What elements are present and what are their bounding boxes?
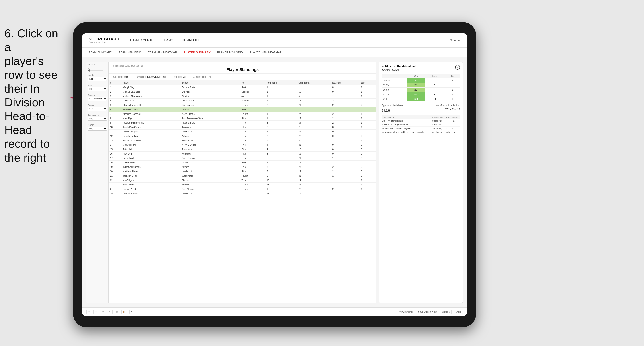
cell-school: Missouri	[180, 183, 240, 187]
table-row[interactable]: 6 Jackson Koivun Auburn First — — — —	[109, 107, 376, 112]
tablet-screen: SCOREBOARD Powered by clippi TOURNAMENTS…	[82, 33, 467, 316]
table-row[interactable]: 15 Jake Hall Tennessee Fifth 4 18 0 0	[109, 147, 376, 152]
division-select[interactable]: NCAA Division I	[88, 97, 107, 101]
nav-item-teams[interactable]: TEAMS	[161, 33, 174, 47]
table-row[interactable]: 20 Matthew Riedel Vanderbilt Fifth 6 22 …	[109, 169, 376, 174]
player-select[interactable]: (All)	[88, 127, 107, 131]
watch-button[interactable]: Watch ▾	[441, 310, 452, 314]
cell-reg: 1	[265, 99, 297, 103]
year-select[interactable]: (All)	[88, 87, 107, 91]
year-filter: Year (All)	[88, 84, 107, 91]
table-row[interactable]: 8 Mats Ege East Tennessee State Fifth 1 …	[109, 116, 376, 121]
region-select[interactable]: N/A	[88, 107, 107, 111]
cell-yr: Fifth	[240, 147, 265, 152]
save-custom-button[interactable]: Save Custom View	[416, 310, 438, 314]
gender-select[interactable]: Men	[88, 77, 107, 81]
main-content: No Rds. 6 Gender Men Year (All)	[82, 57, 467, 307]
sub-nav-team-h2h-heatmap[interactable]: TEAM H2H HEATMAP	[148, 47, 177, 57]
table-row[interactable]: 10 Jacob Mou-Olesen Arkansas Fifth 3 25 …	[109, 125, 376, 130]
cut-button[interactable]: ✂	[108, 310, 112, 314]
sub-nav-team-h2h-grid[interactable]: TEAM H2H GRID	[119, 47, 141, 57]
table-row[interactable]: 17 David Ford North Carolina Third 5 21 …	[109, 156, 376, 161]
h2h-title: In Division Head-to-Head	[382, 65, 416, 68]
cell-num: 13	[109, 138, 121, 143]
cell-num: 22	[109, 178, 121, 183]
redo-button[interactable]: ↪	[94, 310, 98, 314]
cell-school: Arizona State	[180, 121, 240, 125]
cell-reg: 4	[265, 147, 297, 152]
copy-button[interactable]: ⎘	[115, 310, 119, 314]
share-button[interactable]: Share	[454, 310, 463, 314]
cell-player: Jack Lundin	[121, 183, 180, 187]
table-row[interactable]: 9 Preston Summerhays Arizona State Third…	[109, 121, 376, 125]
sign-out-link[interactable]: Sign out	[450, 39, 461, 42]
paste-button[interactable]: 📋	[121, 310, 127, 314]
table-row[interactable]: 22 Ian Gilligan Florida Third 10 24 1 1	[109, 178, 376, 183]
table-row[interactable]: 14 Maxwell Ford North Carolina Third 4 2…	[109, 143, 376, 147]
table-row[interactable]: 21 Taehoon Song Washington Fourth 6 23 1…	[109, 174, 376, 178]
tourn-name: Amer An Intercollegiate	[382, 119, 432, 123]
table-row[interactable]: 19 Tiger Christiansen Arizona Third 8 23…	[109, 165, 376, 169]
h2h-close-button[interactable]: ×	[455, 65, 460, 70]
table-row[interactable]: 23 Jack Lundin Missouri Fourth 11 24 1 1	[109, 183, 376, 187]
h2h-tie-cell: 3	[445, 92, 460, 97]
sub-nav-team-summary[interactable]: TEAM SUMMARY	[88, 47, 112, 57]
table-row[interactable]: 4 Luke Claton Florida State Second 1 17 …	[109, 99, 376, 103]
cell-conf: 30	[297, 138, 331, 143]
cell-player: Ian Gilligan	[121, 178, 180, 183]
sub-nav-player-summary[interactable]: PLAYER SUMMARY	[184, 47, 210, 57]
nav-item-tournaments[interactable]: TOURNAMENTS	[128, 33, 154, 47]
refresh-button[interactable]: ↻	[129, 310, 134, 314]
cell-num: 24	[109, 187, 121, 191]
h2h-rank-label: >100	[382, 97, 407, 102]
cell-player: Jacob Mou-Olesen	[121, 125, 180, 130]
cell-num: 14	[109, 143, 121, 147]
table-row[interactable]: 13 Phichakun Maichon Texas A&M Third 6 3…	[109, 138, 376, 143]
cell-win: 0	[360, 169, 376, 174]
table-row[interactable]: 25 Cole Sherwood Vanderbilt — 12 23 1 0	[109, 191, 376, 196]
table-row[interactable]: 3 Michael Thorbjornsen Stanford — 1 8 1 …	[109, 94, 376, 99]
cell-num: 12	[109, 134, 121, 138]
table-row[interactable]: 16 Alex Goff Kentucky Fifth 8 19 0 0	[109, 152, 376, 156]
cell-player: Preston Summerhays	[121, 121, 180, 125]
undo-button[interactable]: ↩	[86, 310, 91, 314]
cell-num: 23	[109, 183, 121, 187]
cell-yr: Third	[240, 165, 265, 169]
cell-yr: Third	[240, 121, 265, 125]
nav-item-committee[interactable]: COMMITTEE	[181, 33, 202, 47]
conference-select[interactable]: (All)	[88, 117, 107, 121]
cell-player: Cole Sherwood	[121, 191, 180, 196]
h2h-rank-label: 51-100	[382, 92, 407, 97]
sub-nav-player-h2h-heatmap[interactable]: PLAYER H2H HEATMAP	[250, 47, 282, 57]
cell-rds: 2	[331, 187, 360, 191]
table-row[interactable]: 24 Bastien Amat New Mexico Fourth 1 27 2…	[109, 187, 376, 191]
cell-player: Alex Goff	[121, 152, 180, 156]
sub-nav-player-h2h-grid[interactable]: PLAYER H2H GRID	[217, 47, 243, 57]
table-row[interactable]: 2 Michael La Sasso Ole Miss Second 1 19 …	[109, 90, 376, 94]
cell-yr: Fifth	[240, 125, 265, 130]
region-filter-label: Region	[88, 104, 107, 106]
table-row[interactable]: 12 Brendan Valles Auburn Third 7 27 0 0	[109, 134, 376, 138]
no-rds-slider[interactable]	[88, 70, 103, 71]
cell-reg: 1	[265, 187, 297, 191]
reset-button[interactable]: ↺	[100, 310, 106, 314]
cell-win: 1	[360, 178, 376, 183]
cell-conf: 27	[297, 112, 331, 116]
table-row[interactable]: 7 Nicholas Gabrelcik North Florida Fourt…	[109, 112, 376, 116]
view-original-button[interactable]: View: Original	[398, 310, 414, 314]
cell-rds: 0	[331, 90, 360, 94]
table-row[interactable]: 18 Luke Powell UCLA First 4 24 1 0	[109, 161, 376, 165]
cell-conf: 23	[297, 191, 331, 196]
cell-yr: First	[240, 161, 265, 165]
cell-yr: Third	[240, 130, 265, 134]
cell-reg: —	[265, 107, 297, 112]
cell-conf: 24	[297, 116, 331, 121]
cell-reg: 4	[265, 161, 297, 165]
table-row[interactable]: 1 Wenyi Ding Arizona State First 1 1 8 1	[109, 85, 376, 90]
table-row[interactable]: 11 Gordon Sargent Vanderbilt Third 4 21 …	[109, 130, 376, 134]
cell-school: East Tennessee State	[180, 116, 240, 121]
col-win: Win	[360, 80, 376, 85]
cell-num: 10	[109, 125, 121, 130]
cell-win: 2	[360, 103, 376, 107]
table-row[interactable]: 5 Christo Lamprecht Georgia Tech Fourth …	[109, 103, 376, 107]
